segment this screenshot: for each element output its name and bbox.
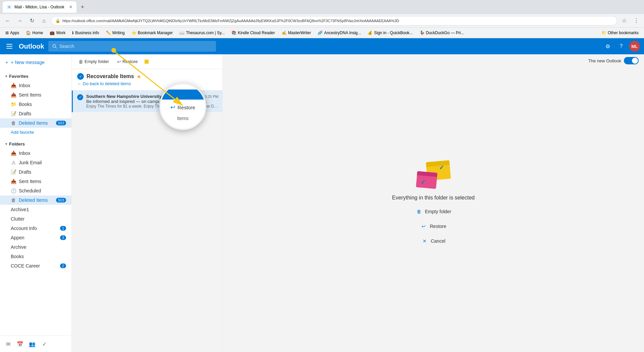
favorites-header[interactable]: ▾ Favorites (0, 72, 71, 81)
mail-bottom-icon[interactable]: ✉ (3, 339, 13, 349)
svg-rect-1 (6, 46, 12, 47)
sidebar-item-folders-deleted[interactable]: 🗑 Deleted Items 503 (0, 195, 71, 205)
bookmark-duckduckgo[interactable]: 🦆 DuckDuckGo — Pri... (417, 29, 467, 37)
main-content: + + New message ▾ Favorites 📥 Inbox 📤 Se… (0, 54, 644, 352)
hamburger-menu-button[interactable] (4, 41, 15, 52)
sidebar-item-archive[interactable]: Archive (0, 242, 71, 252)
email-item-0[interactable]: ✓ Southern New Hampshire University Book… (72, 91, 222, 112)
sidebar-item-favorites-books[interactable]: 📁 Books (0, 100, 71, 109)
new-tab-button[interactable]: + (78, 2, 87, 12)
new-outlook-toggle: The new Outlook (588, 57, 639, 64)
go-back-link[interactable]: ← Go back to deleted items (77, 81, 217, 86)
forward-button[interactable]: → (15, 16, 25, 26)
sidebar-item-folders-drafts[interactable]: 📝 Drafts (0, 167, 71, 177)
help-button[interactable]: ? (616, 41, 627, 52)
email-list: ✓ Southern New Hampshire University Book… (72, 91, 222, 352)
bookmark-work[interactable]: 💼 Work (47, 29, 68, 37)
cancel-action[interactable]: ✕ Cancel (421, 237, 445, 245)
folders-header[interactable]: ▾ Folders (0, 139, 71, 149)
back-button[interactable]: ← (3, 16, 13, 26)
folders-section: ▾ Folders 📥 Inbox ⚠ Junk Email 📝 Drafts … (0, 138, 71, 272)
bookmark-masterwriter[interactable]: ✍️ MasterWriter (279, 29, 314, 37)
recoverable-title-row: ✓ Recoverable Items ★ (77, 73, 217, 80)
sidebar-item-favorites-sent[interactable]: 📤 Sent Items (0, 90, 71, 100)
bookmark-other[interactable]: 📁 Other bookmarks (599, 29, 641, 37)
browser-tab[interactable]: 📧 Mail - Mildon, Lisa - Outlook ✕ (3, 1, 76, 13)
outlook-logo: Outlook (19, 43, 44, 50)
sidebar-item-coce-career[interactable]: COCE Career 2 (0, 261, 71, 271)
header-actions: ⚙ ? ML (602, 41, 640, 52)
sidebar-item-account-info[interactable]: Account Info 1 (0, 224, 71, 233)
sidebar-item-appen[interactable]: Appen 3 (0, 233, 71, 242)
reload-button[interactable]: ↻ (27, 16, 37, 26)
sidebar-item-junk-email[interactable]: ⚠ Junk Email (0, 158, 71, 167)
bookmark-business-info[interactable]: ℹ Business info (69, 29, 102, 37)
tasks-bottom-icon[interactable]: ✓ (39, 339, 50, 349)
bookmark-writing[interactable]: ✏️ Writing (103, 29, 127, 37)
restore-action-icon: ↩ (420, 224, 427, 229)
cancel-action-icon: ✕ (421, 238, 428, 244)
sidebar-item-clutter[interactable]: Clutter (0, 214, 71, 224)
add-favorite-link[interactable]: Add favorite (0, 128, 71, 137)
empty-folder-action[interactable]: 🗑 Empty folder (416, 208, 451, 216)
avatar-button[interactable]: ML (629, 41, 640, 52)
settings-button[interactable]: ⚙ (602, 41, 613, 52)
sidebar-item-folders-sent[interactable]: 📤 Sent Items (0, 177, 71, 186)
sidebar-item-favorites-drafts[interactable]: 📝 Drafts (0, 109, 71, 118)
sidebar-item-favorites-inbox[interactable]: 📥 Inbox (0, 81, 71, 90)
junk-icon: ⚠ (11, 160, 16, 165)
calendar-bottom-icon[interactable]: 📅 (15, 339, 25, 349)
restore-button[interactable]: ↩ Restore (114, 58, 141, 66)
tab-close-button[interactable]: ✕ (69, 5, 72, 9)
restore-action[interactable]: ↩ Restore (420, 222, 446, 230)
outlook-header: Outlook ⚙ ? ML (0, 38, 644, 54)
email-check: ✓ (77, 94, 84, 101)
recoverable-check-icon: ✓ (77, 73, 84, 80)
sidebar: + + New message ▾ Favorites 📥 Inbox 📤 Se… (0, 54, 72, 352)
bookmark-bookmark-manager[interactable]: ⭐ Bookmark Manager (129, 29, 176, 37)
empty-folder-icon: 🗑 (78, 59, 83, 64)
bookmark-ancestry[interactable]: 🧬 AncestryDNA Insig... (315, 29, 364, 37)
new-message-button[interactable]: + + New message (0, 57, 71, 68)
address-bar[interactable]: 🔒 https://outlook.office.com/mail/AAMkAG… (51, 16, 617, 25)
sidebar-item-books[interactable]: Books (0, 252, 71, 261)
deleted-badge: 503 (56, 121, 66, 125)
sidebar-top: + + New message (0, 54, 71, 70)
recoverable-title: Recoverable Items (87, 73, 134, 79)
sidebar-item-scheduled[interactable]: 🕐 Scheduled (0, 186, 71, 195)
bookmark-thesaurus[interactable]: 📖 Thesaurus.com | Sy... (177, 29, 227, 37)
bookmark-kindle[interactable]: 📚 Kindle Cloud Reader (229, 29, 278, 37)
email-illustration: ✓ ✓ (417, 161, 450, 188)
browser-menu-button[interactable]: ⋮ (631, 16, 641, 26)
bookmark-button[interactable]: ☆ (619, 16, 629, 26)
tab-title: Mail - Mildon, Lisa - Outlook (14, 5, 64, 9)
app-layout: Outlook ⚙ ? ML + + New message (0, 38, 644, 352)
svg-rect-0 (6, 44, 12, 45)
home-button[interactable]: ⌂ (39, 16, 49, 26)
bookmark-home[interactable]: 🏠 Home (23, 29, 46, 37)
bookmark-quickbooks[interactable]: 💰 Sign in - QuickBook... (365, 29, 415, 37)
email-panel: 🗑 Empty folder ↩ Restore ✓ Recoverable I… (72, 54, 223, 352)
sent-icon: 📤 (11, 92, 16, 98)
sent-icon-2: 📤 (11, 179, 16, 184)
bookmark-apps[interactable]: ⊞ Apps (3, 29, 22, 37)
selected-info: ✓ ✓ Everything in this folder is selecte… (392, 161, 475, 245)
email-body: Southern New Hampshire University Bookst… (86, 94, 218, 109)
new-outlook-switch[interactable] (624, 57, 639, 64)
selected-text: Everything in this folder is selected (392, 195, 475, 201)
appen-badge: 3 (60, 235, 66, 240)
pink-envelope-icon (416, 171, 437, 189)
people-bottom-icon[interactable]: 👥 (27, 339, 38, 349)
chevron-down-icon-folders: ▾ (5, 142, 7, 146)
star-icon: ★ (137, 73, 141, 80)
scheduled-icon: 🕐 (11, 188, 16, 193)
empty-folder-button[interactable]: 🗑 Empty folder (76, 58, 112, 66)
sidebar-item-folders-inbox[interactable]: 📥 Inbox (0, 149, 71, 158)
indicator-dot (145, 60, 149, 64)
main-content-area: The new Outlook ✓ ✓ Everything in this f… (223, 54, 644, 352)
sidebar-item-archive1[interactable]: Archive1 (0, 205, 71, 214)
sidebar-item-favorites-deleted[interactable]: 🗑 Deleted Items 503 (0, 118, 71, 128)
restore-icon: ↩ (117, 59, 121, 64)
search-bar[interactable] (48, 41, 216, 52)
search-input[interactable] (59, 44, 212, 49)
